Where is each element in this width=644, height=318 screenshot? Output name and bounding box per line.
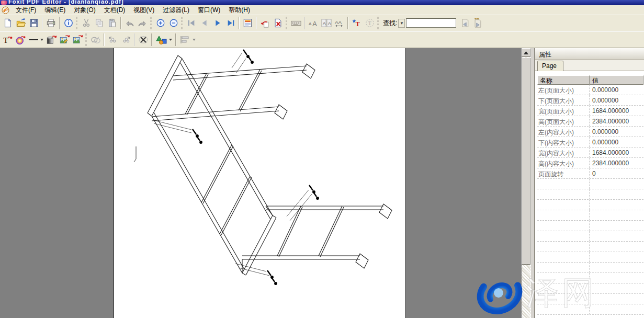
column-header-name[interactable]: 名称 <box>537 75 590 85</box>
tab-page[interactable]: Page <box>537 61 563 71</box>
text-outline-button[interactable]: T <box>363 17 376 30</box>
word-spacing-button[interactable]: AA <box>333 17 346 30</box>
open-button[interactable] <box>14 17 27 30</box>
property-value: 0.000000 <box>590 137 643 147</box>
zoom-out-button[interactable] <box>167 17 180 30</box>
delete-object-button[interactable] <box>137 33 150 46</box>
table-row[interactable]: 页面旋转 0 <box>537 168 643 179</box>
table-row[interactable]: 高(内容大小) 2384.000000 <box>537 158 643 168</box>
rotate-page-button[interactable] <box>258 17 272 30</box>
info-icon <box>64 18 73 28</box>
toolbar-drag-handle[interactable] <box>286 17 287 29</box>
property-name: 左(内容大小) <box>537 127 590 137</box>
vertical-scrollbar[interactable] <box>522 48 530 318</box>
select-object-button[interactable] <box>89 33 102 46</box>
table-row[interactable]: 下(内容大小) 0.000000 <box>537 137 643 147</box>
separator <box>304 17 305 29</box>
panel-splitter[interactable] <box>530 48 535 318</box>
char-spacing-button[interactable]: A A <box>320 17 333 30</box>
table-row-empty <box>537 294 643 304</box>
add-text-object-button[interactable]: T <box>1 33 14 46</box>
table-row-empty <box>537 242 643 252</box>
first-page-button[interactable] <box>185 17 198 30</box>
undo-button[interactable] <box>123 17 136 30</box>
cut-button[interactable] <box>80 17 93 30</box>
paste-button[interactable] <box>106 17 119 30</box>
scroll-up-button[interactable] <box>522 48 530 57</box>
table-row-empty <box>537 200 643 210</box>
table-row[interactable]: 宽(页面大小) 1684.000000 <box>537 106 643 116</box>
font-size-button[interactable]: A A <box>307 17 320 30</box>
toolbar-drag-handle[interactable] <box>181 17 183 29</box>
print-button[interactable] <box>44 17 58 30</box>
svg-text:A: A <box>309 21 312 26</box>
info-button[interactable] <box>62 17 75 30</box>
prev-page-button[interactable] <box>198 17 211 30</box>
table-row[interactable]: 宽(内容大小) 1684.000000 <box>537 147 643 158</box>
next-page-button[interactable] <box>211 17 224 30</box>
find-dropdown-icon[interactable]: ▼ <box>398 19 405 28</box>
table-row[interactable]: 下(页面大小) 0.000000 <box>537 95 643 106</box>
add-image-button[interactable] <box>71 33 84 46</box>
find-prev-button[interactable] <box>458 17 471 30</box>
table-row-empty <box>537 283 643 294</box>
redo-button[interactable] <box>136 17 149 30</box>
menu-object[interactable]: 对象(O) <box>70 5 99 16</box>
add-color-object-button[interactable] <box>14 33 27 46</box>
rotate-object-right-button[interactable] <box>119 33 132 46</box>
add-text-button[interactable]: T <box>350 17 363 30</box>
page-layout-button[interactable] <box>241 17 254 30</box>
toolbar-drag-handle[interactable] <box>150 17 152 29</box>
keyboard-button[interactable] <box>289 17 302 30</box>
save-icon <box>29 18 39 28</box>
table-row[interactable]: 左(内容大小) 0.000000 <box>537 127 643 137</box>
find-next-button[interactable] <box>471 17 484 30</box>
menu-window[interactable]: 窗口(W) <box>194 5 224 16</box>
rotate-object-left-button[interactable] <box>106 33 119 46</box>
panel-title[interactable]: 属性 <box>535 48 644 60</box>
copy-icon <box>95 18 104 28</box>
svg-text:T: T <box>3 36 8 44</box>
scrollbar-thumb[interactable] <box>522 58 530 265</box>
add-shape-button[interactable] <box>154 33 174 46</box>
delete-page-button[interactable] <box>272 17 285 30</box>
line-style-button[interactable] <box>27 33 45 46</box>
menu-filter[interactable]: 过滤器(L) <box>159 5 194 16</box>
scroll-up-icon <box>524 51 528 54</box>
delete-page-icon <box>273 18 283 28</box>
save-button[interactable] <box>27 17 40 30</box>
property-value: 2384.000000 <box>590 158 643 168</box>
property-name: 下(页面大小) <box>537 95 590 105</box>
panel-tab-strip: Page <box>535 60 644 71</box>
table-row-empty <box>537 231 643 242</box>
zoom-in-button[interactable] <box>154 17 167 30</box>
menu-document[interactable]: 文档(D) <box>100 5 130 16</box>
table-row-empty <box>537 210 643 221</box>
find-label: 查找: <box>383 19 397 28</box>
table-row-empty <box>537 252 643 263</box>
menu-edit[interactable]: 编辑(E) <box>40 5 70 16</box>
toolbar-drag-handle[interactable] <box>76 17 77 29</box>
cut-icon <box>82 18 91 28</box>
edit-image-button[interactable] <box>58 33 71 46</box>
table-row[interactable]: 左(页面大小) 0.000000 <box>537 85 643 95</box>
copy-button[interactable] <box>93 17 106 30</box>
property-value: 0 <box>590 168 643 178</box>
align-objects-button[interactable] <box>178 33 198 46</box>
last-page-button[interactable] <box>224 17 237 30</box>
menu-file[interactable]: 文件(F) <box>12 5 40 16</box>
add-shading-button[interactable] <box>45 33 58 46</box>
menu-view[interactable]: 视图(V) <box>129 5 159 16</box>
document-window-icon[interactable] <box>2 6 9 14</box>
toolbar-drag-handle[interactable] <box>377 17 379 29</box>
pdf-page[interactable] <box>114 48 406 318</box>
property-value: 2384.000000 <box>590 116 643 126</box>
document-canvas[interactable] <box>0 48 522 318</box>
toolbar-drag-handle[interactable] <box>85 33 87 46</box>
new-document-button[interactable] <box>1 17 14 30</box>
column-header-value[interactable]: 值 <box>590 75 643 85</box>
rotate-object-right-icon <box>121 35 131 44</box>
table-row[interactable]: 高(页面大小) 2384.000000 <box>537 116 643 127</box>
find-input[interactable] <box>406 18 456 28</box>
menu-help[interactable]: 帮助(H) <box>224 5 254 16</box>
